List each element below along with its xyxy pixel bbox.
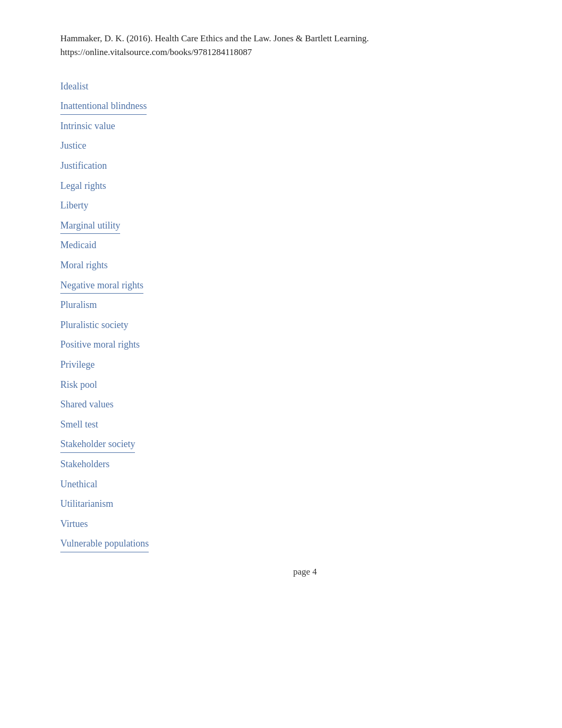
list-item: Intrinsic value — [60, 116, 502, 136]
term-link[interactable]: Positive moral rights — [60, 336, 140, 353]
page-info: page 4 — [293, 567, 502, 577]
list-item: Virtues — [60, 514, 502, 534]
list-item: Justification — [60, 156, 502, 176]
list-item: Shared values — [60, 395, 502, 415]
list-item: Justice — [60, 136, 502, 156]
list-item: Pluralism — [60, 295, 502, 315]
list-item: Smell test — [60, 415, 502, 435]
term-link[interactable]: Justice — [60, 138, 86, 154]
list-item: Moral rights — [60, 256, 502, 276]
term-list: IdealistInattentional blindnessIntrinsic… — [60, 77, 502, 554]
term-link[interactable]: Stakeholder society — [60, 436, 135, 453]
list-item: Inattentional blindness — [60, 96, 502, 116]
page-label: page 4 — [293, 567, 317, 577]
term-link[interactable]: Utilitarianism — [60, 496, 113, 513]
term-link[interactable]: Legal rights — [60, 178, 106, 195]
term-link[interactable]: Negative moral rights — [60, 277, 143, 294]
list-item: Privilege — [60, 355, 502, 375]
term-link[interactable]: Shared values — [60, 396, 113, 413]
list-item: Negative moral rights — [60, 276, 502, 296]
term-link[interactable]: Pluralistic society — [60, 317, 128, 334]
term-link[interactable]: Justification — [60, 158, 107, 175]
term-link[interactable]: Inattentional blindness — [60, 98, 147, 115]
list-item: Idealist — [60, 77, 502, 97]
term-link[interactable]: Idealist — [60, 78, 88, 95]
list-item: Stakeholders — [60, 454, 502, 475]
list-item: Liberty — [60, 196, 502, 216]
list-item: Positive moral rights — [60, 335, 502, 355]
term-link[interactable]: Intrinsic value — [60, 118, 115, 135]
term-link[interactable]: Privilege — [60, 357, 95, 374]
citation-block: Hammaker, D. K. (2016). Health Care Ethi… — [60, 32, 502, 60]
term-link[interactable]: Smell test — [60, 416, 98, 433]
citation-line1: Hammaker, D. K. (2016). Health Care Ethi… — [60, 33, 369, 43]
list-item: Pluralistic society — [60, 315, 502, 335]
list-item: Utilitarianism — [60, 494, 502, 514]
term-link[interactable]: Marginal utility — [60, 217, 120, 234]
term-link[interactable]: Liberty — [60, 197, 88, 214]
citation-line2: https://online.vitalsource.com/books/978… — [60, 47, 252, 57]
term-link[interactable]: Medicaid — [60, 237, 96, 254]
list-item: Marginal utility — [60, 216, 502, 236]
list-item: Medicaid — [60, 235, 502, 256]
term-link[interactable]: Moral rights — [60, 257, 108, 274]
term-link[interactable]: Stakeholders — [60, 456, 110, 473]
term-link[interactable]: Virtues — [60, 516, 88, 533]
term-link[interactable]: Pluralism — [60, 297, 97, 314]
list-item: Risk pool — [60, 375, 502, 395]
term-link[interactable]: Risk pool — [60, 377, 97, 394]
term-link[interactable]: Vulnerable populations — [60, 535, 149, 552]
term-link[interactable]: Unethical — [60, 476, 97, 493]
list-item: Stakeholder society — [60, 434, 502, 454]
list-item: Vulnerable populations — [60, 534, 502, 554]
list-item: Unethical — [60, 475, 502, 495]
list-item: Legal rights — [60, 176, 502, 196]
